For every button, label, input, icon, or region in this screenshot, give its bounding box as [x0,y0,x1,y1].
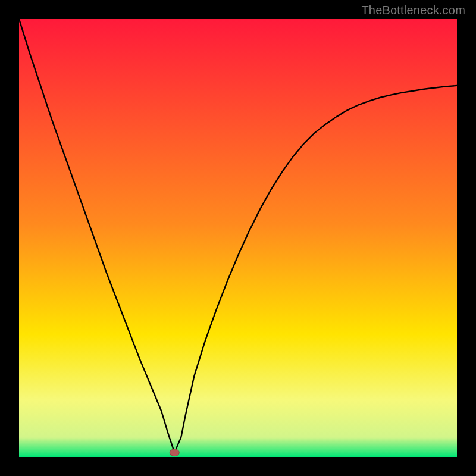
watermark-label: TheBottleneck.com [361,4,465,17]
chart-frame: TheBottleneck.com [0,0,476,476]
curve-min-marker [170,449,179,456]
plot-area [19,19,457,457]
gradient-background [19,19,457,457]
plot-svg [19,19,457,457]
